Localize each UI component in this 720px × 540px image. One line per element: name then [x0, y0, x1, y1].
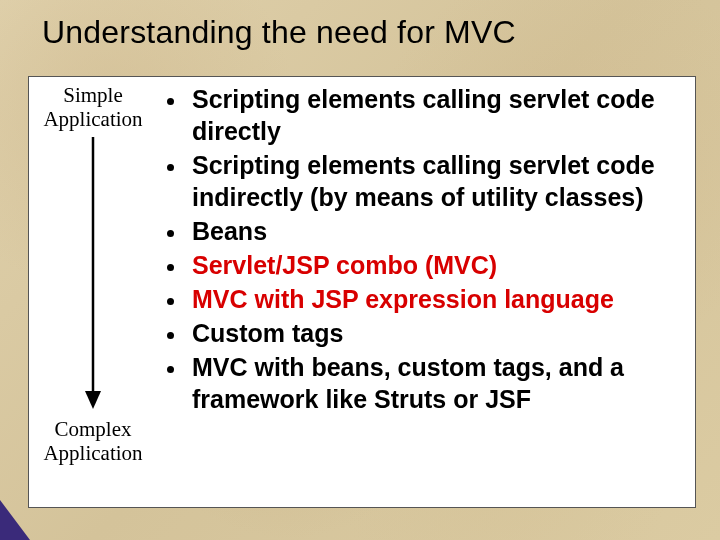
bullet-dot-icon [167, 230, 174, 237]
axis-label-complex-line2: Application [43, 441, 142, 465]
axis-label-simple: Simple Application [29, 83, 157, 131]
bullet-text: Beans [192, 215, 267, 247]
bullet-text-highlight: Servlet/JSP combo (MVC) [192, 249, 497, 281]
svg-marker-1 [85, 391, 101, 409]
complexity-axis: Simple Application Complex Application [29, 77, 157, 507]
bullet-text: Scripting elements calling servlet code … [192, 83, 687, 147]
list-item: MVC with beans, custom tags, and a frame… [157, 351, 687, 415]
down-arrow-icon [85, 137, 101, 409]
bullet-list: Scripting elements calling servlet code … [157, 77, 695, 507]
list-item: Scripting elements calling servlet code … [157, 149, 687, 213]
bullet-text: Custom tags [192, 317, 343, 349]
axis-label-simple-line2: Application [43, 107, 142, 131]
axis-label-complex: Complex Application [29, 417, 157, 465]
bullet-dot-icon [167, 366, 174, 373]
list-item: Custom tags [157, 317, 687, 349]
bullet-dot-icon [167, 332, 174, 339]
slide-title: Understanding the need for MVC [0, 0, 720, 51]
list-item: Scripting elements calling servlet code … [157, 83, 687, 147]
axis-label-complex-line1: Complex [55, 417, 132, 441]
list-item: MVC with JSP expression language [157, 283, 687, 315]
bullet-text: MVC with beans, custom tags, and a frame… [192, 351, 687, 415]
bullet-text-highlight: MVC with JSP expression language [192, 283, 614, 315]
content-panel: Simple Application Complex Application S… [28, 76, 696, 508]
bullet-text: Scripting elements calling servlet code … [192, 149, 687, 213]
bullet-dot-icon [167, 164, 174, 171]
bullet-dot-icon [167, 264, 174, 271]
corner-decoration [0, 500, 30, 540]
list-item: Servlet/JSP combo (MVC) [157, 249, 687, 281]
bullet-dot-icon [167, 298, 174, 305]
list-item: Beans [157, 215, 687, 247]
bullet-dot-icon [167, 98, 174, 105]
axis-label-simple-line1: Simple [63, 83, 123, 107]
